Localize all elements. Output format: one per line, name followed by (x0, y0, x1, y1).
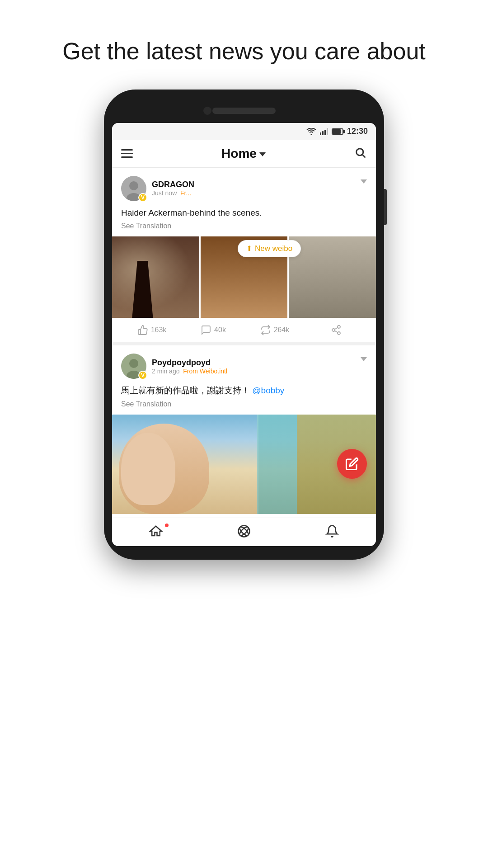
repost-button[interactable]: 264k (244, 325, 305, 335)
svg-line-12 (335, 331, 338, 333)
post-mention[interactable]: @bobby (252, 386, 284, 395)
bell-icon (325, 524, 339, 540)
nav-discover[interactable] (200, 524, 288, 540)
author-info: GDRAGON Just now Fr... (152, 180, 194, 197)
discover-icon (237, 524, 251, 540)
svg-line-5 (362, 155, 365, 157)
comment-button[interactable]: 40k (183, 325, 244, 335)
svg-line-13 (335, 328, 338, 330)
post-options-icon[interactable] (361, 357, 367, 361)
see-translation-button[interactable]: See Translation (121, 222, 367, 230)
wifi-icon (306, 128, 316, 135)
bottom-nav (112, 518, 376, 546)
post-meta: 2 min ago From Weibo.intl (152, 368, 227, 375)
post-actions: 163k 40k 264k (121, 318, 367, 342)
svg-rect-2 (324, 130, 326, 135)
nav-notification-dot (165, 524, 169, 527)
phone-speaker (212, 108, 276, 114)
like-button[interactable]: 163k (121, 325, 183, 335)
like-count: 163k (151, 326, 167, 334)
post-image[interactable] (112, 415, 376, 514)
svg-point-9 (338, 326, 340, 328)
author-name: GDRAGON (152, 180, 194, 189)
app-header: Home (112, 140, 376, 168)
verified-badge: V (138, 371, 147, 380)
chevron-down-icon (259, 152, 266, 156)
post-options-icon[interactable] (361, 179, 367, 184)
menu-button[interactable] (121, 149, 133, 158)
status-icons: 12:30 (306, 127, 368, 136)
see-translation-button[interactable]: See Translation (121, 400, 367, 408)
search-button[interactable] (354, 146, 367, 161)
page-headline: Get the latest news you care about (35, 0, 453, 90)
author-info: Poydpoydpoyd 2 min ago From Weibo.intl (152, 358, 227, 375)
phone-shell: 12:30 Home ⬆ (104, 90, 384, 560)
post-author[interactable]: V Poydpoydpoyd 2 min ago From Weibo.intl (121, 354, 227, 379)
svg-point-7 (129, 181, 138, 190)
compose-button[interactable] (337, 449, 367, 479)
verified-badge: V (138, 193, 147, 202)
post-text: Haider Ackerman-behind the scenes. (121, 207, 367, 220)
home-icon (149, 524, 163, 540)
post-header: V Poydpoydpoyd 2 min ago From Weibo.intl (121, 354, 367, 379)
post-meta: Just now Fr... (152, 189, 194, 197)
svg-point-11 (338, 332, 340, 335)
header-title[interactable]: Home (221, 146, 266, 161)
author-name: Poydpoydpoyd (152, 358, 227, 368)
status-time: 12:30 (347, 127, 368, 136)
svg-rect-1 (322, 131, 324, 135)
avatar: V (121, 176, 146, 201)
phone-side-button (384, 189, 387, 225)
svg-point-4 (357, 148, 363, 155)
post-header: V GDRAGON Just now Fr... (121, 176, 367, 201)
post-image-1[interactable] (112, 236, 199, 318)
share-button[interactable] (305, 325, 367, 335)
nav-notifications[interactable] (288, 524, 376, 540)
svg-rect-0 (320, 132, 321, 135)
nav-home[interactable] (112, 524, 200, 540)
svg-point-10 (332, 329, 335, 331)
phone-screen: 12:30 Home ⬆ (112, 123, 376, 546)
avatar: V (121, 354, 146, 379)
signal-icon (320, 128, 328, 135)
feed: V GDRAGON Just now Fr... Haider Ackerman… (112, 168, 376, 514)
svg-rect-3 (327, 128, 328, 135)
phone-camera (203, 107, 211, 115)
post-author[interactable]: V GDRAGON Just now Fr... (121, 176, 194, 201)
arrow-up-icon: ⬆ (246, 244, 252, 253)
battery-icon (332, 128, 343, 135)
post-image-3[interactable] (289, 236, 376, 318)
repost-count: 264k (274, 326, 290, 334)
comment-count: 40k (214, 326, 226, 334)
post-card: V Poydpoydpoyd 2 min ago From Weibo.intl (112, 345, 376, 514)
new-weibo-badge[interactable]: ⬆ New weibo (238, 240, 301, 257)
post-text: 馬上就有新的作品啦，謝謝支持！ @bobby (121, 384, 367, 397)
status-bar: 12:30 (112, 123, 376, 140)
svg-point-15 (129, 359, 138, 368)
